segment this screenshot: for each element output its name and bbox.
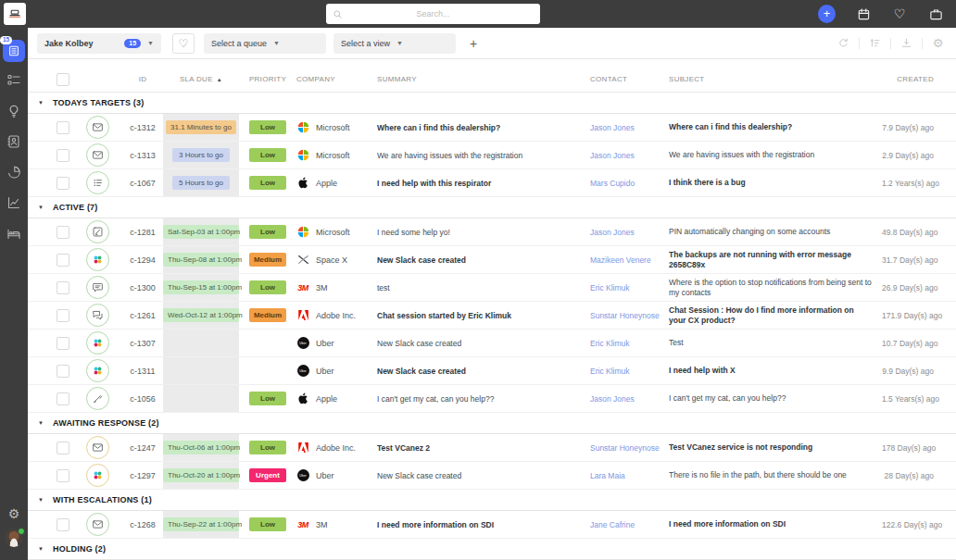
group-header[interactable]: ▼AWAITING RESPONSE (2) <box>28 413 956 434</box>
group-header[interactable]: ▼ACTIVE (7) <box>28 197 956 218</box>
add-view-button[interactable]: + <box>465 36 482 51</box>
table-row[interactable]: c-1294Thu-Sep-08 at 1:00pmMediumSpace XN… <box>28 246 956 274</box>
priority-cell: Low <box>246 225 289 240</box>
group-header[interactable]: ▼TODAYS TARGETS (3) <box>28 93 956 114</box>
row-checkbox[interactable] <box>57 177 69 190</box>
contact-link[interactable]: Jason Jones <box>584 228 669 237</box>
priority-badge: Urgent <box>249 468 286 483</box>
agent-select[interactable]: Jake Kolbey 15 ▼ <box>37 33 161 54</box>
contact-link[interactable]: Jane Cafrine <box>584 520 669 529</box>
sla-cell <box>163 330 239 356</box>
case-table: ID SLA DUE ▲ PRIORITY COMPANY SUMMARY CO… <box>28 59 956 560</box>
contact-link[interactable]: Sunstar Honeynose <box>584 443 669 453</box>
sidebar-item-cases[interactable]: 15 <box>0 28 28 65</box>
download-icon <box>900 37 912 49</box>
contact-link[interactable]: Jason Jones <box>584 123 669 132</box>
table-row[interactable]: c-1311UberUberNew Slack case createdEric… <box>28 357 956 385</box>
cases-button[interactable] <box>927 6 944 22</box>
column-header-summary[interactable]: SUMMARY <box>371 75 584 83</box>
table-row[interactable]: c-1281Sat-Sep-03 at 1:00pmLowMicrosoftI … <box>28 218 956 246</box>
column-header-subject[interactable]: SUBJECT <box>669 75 882 83</box>
summary: We are having issues with the registrati… <box>371 151 584 160</box>
user-avatar[interactable] <box>5 529 23 547</box>
column-header-sla-due[interactable]: SLA DUE ▲ <box>163 75 239 83</box>
divider <box>859 38 860 49</box>
row-checkbox[interactable] <box>57 309 69 322</box>
sidebar-item-dashboards[interactable] <box>0 156 28 187</box>
row-checkbox[interactable] <box>57 469 69 482</box>
row-checkbox[interactable] <box>57 392 69 405</box>
row-checkbox[interactable] <box>57 226 69 239</box>
table-row[interactable]: c-1300Thu-Sep-15 at 1:00pmLow3M3MtestEri… <box>28 274 956 302</box>
table-row[interactable]: c-10675 Hours to goLowAppleI need help w… <box>28 169 956 197</box>
column-header-created[interactable]: CREATED <box>882 75 956 83</box>
search-input[interactable] <box>326 8 540 19</box>
created: 49.8 Day(s) ago <box>882 228 956 237</box>
company-cell: UberUber <box>289 337 371 350</box>
queue-select[interactable]: Select a queue ▼ <box>204 33 326 54</box>
sidebar-item-settings[interactable]: ⚙ <box>8 507 20 520</box>
contact-link[interactable]: Jason Jones <box>584 151 669 160</box>
sidebar-item-insights[interactable] <box>0 95 28 126</box>
contact-link[interactable]: Jason Jones <box>584 394 669 404</box>
company-logo-microsoft <box>296 149 309 162</box>
column-header-id[interactable]: ID <box>122 75 163 83</box>
column-header-contact[interactable]: CONTACT <box>584 75 669 83</box>
row-checkbox[interactable] <box>57 518 69 531</box>
contact-link[interactable]: Eric Klimuk <box>584 283 669 292</box>
select-all-checkbox[interactable] <box>57 73 69 86</box>
table-settings-button[interactable]: ⚙ <box>931 36 945 50</box>
sidebar-item-rest[interactable] <box>0 218 28 248</box>
contact-link[interactable]: Eric Klimuk <box>584 339 669 348</box>
case-id: c-1067 <box>122 179 163 188</box>
favorite-view-button[interactable]: ♡ <box>172 33 195 54</box>
row-checkbox[interactable] <box>57 121 69 134</box>
contact-link[interactable]: Mars Cupido <box>584 179 669 188</box>
table-row[interactable]: c-1056LowAppleI can't get my cat, can yo… <box>28 385 956 413</box>
row-checkbox[interactable] <box>57 442 69 454</box>
priority-cell: Low <box>246 148 289 163</box>
created: 9.9 Day(s) ago <box>882 367 956 376</box>
row-checkbox[interactable] <box>57 337 69 350</box>
table-row[interactable]: c-13133 Hours to goLowMicrosoftWe are ha… <box>28 142 956 169</box>
contact-link[interactable]: Sunstar Honeynose <box>584 311 669 320</box>
group-header[interactable]: ▼WITH ESCALATIONS (1) <box>28 490 956 511</box>
checkbox-cell <box>54 226 72 239</box>
sla-cell <box>163 385 239 412</box>
company-name: Apple <box>316 179 337 188</box>
contact-link[interactable]: Lara Maia <box>584 471 669 480</box>
create-new-button[interactable]: + <box>818 5 836 23</box>
plus-icon: + <box>824 7 831 19</box>
table-row[interactable]: c-1261Wed-Oct-12 at 1:00pmMediumAdobe In… <box>28 302 956 330</box>
sidebar-item-contacts[interactable] <box>0 126 28 156</box>
row-checkbox[interactable] <box>57 365 69 378</box>
divider <box>890 38 891 49</box>
contact-link[interactable]: Eric Klimuk <box>584 367 669 376</box>
row-checkbox[interactable] <box>57 281 69 294</box>
table-row[interactable]: c-1268Thu-Sep-22 at 1:00pmLow3M3MI need … <box>28 511 956 539</box>
column-header-company[interactable]: COMPANY <box>289 75 371 83</box>
channel-cell <box>72 276 122 299</box>
channel-cell <box>72 331 122 355</box>
subject: I need help with X <box>669 366 882 376</box>
sort-button[interactable] <box>868 36 882 50</box>
sidebar-item-reports[interactable] <box>0 187 28 218</box>
app-logo[interactable] <box>4 3 26 25</box>
row-checkbox[interactable] <box>57 149 69 162</box>
sidebar-item-queues[interactable] <box>0 65 28 95</box>
view-select[interactable]: Select a view ▼ <box>333 33 456 54</box>
contact-link[interactable]: Mazikeen Venere <box>584 255 669 265</box>
refresh-button[interactable] <box>836 36 850 50</box>
table-row[interactable]: c-1297Thu-Oct-20 at 1:00pmUrgentUberUber… <box>28 462 956 490</box>
table-row[interactable]: c-131231.1 Minutes to goLowMicrosoftWher… <box>28 114 956 142</box>
row-checkbox[interactable] <box>57 254 69 267</box>
group-header[interactable]: ▼HOLDING (2) <box>28 539 956 560</box>
column-header-priority[interactable]: PRIORITY <box>246 75 289 83</box>
favorites-button[interactable]: ♡ <box>891 6 908 22</box>
table-row[interactable]: c-1307UberUberNew Slack case createdEric… <box>28 330 956 357</box>
channel-slack-icon <box>86 359 109 382</box>
export-button[interactable] <box>899 36 913 50</box>
calendar-button[interactable] <box>855 6 872 22</box>
company-name: Uber <box>316 471 334 480</box>
table-row[interactable]: c-1247Thu-Oct-06 at 1:00pmLowAdobe Inc.T… <box>28 434 956 462</box>
